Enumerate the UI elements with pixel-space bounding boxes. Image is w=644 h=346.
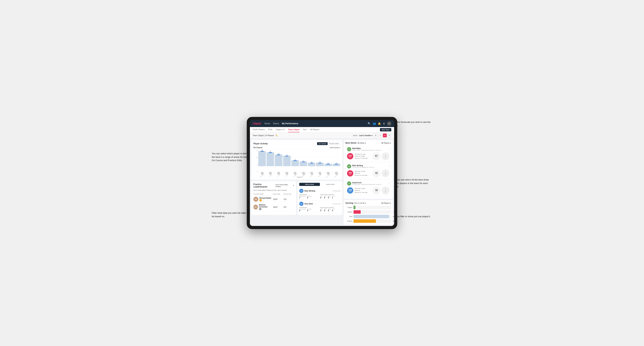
edit-icon[interactable]: ✏️ (276, 134, 278, 137)
team-title: Team Clippd | 14 Players (253, 134, 274, 137)
y-label: 10 (254, 157, 258, 158)
add-team-button[interactable]: Add Team (380, 128, 391, 131)
subnav-tour[interactable]: Tour (303, 127, 306, 132)
practice-activities-label: Total Practice Activities (320, 194, 340, 195)
putt-stat: PUTT 1 (332, 195, 335, 199)
shot-player-name: Blair McHarg (352, 165, 374, 167)
x-label-group: RB R. Britt (266, 172, 274, 176)
total-rounds-label: Total Rounds (299, 207, 320, 208)
scoring-all-players-dropdown[interactable]: All Players ▾ (381, 202, 391, 204)
most-active-tab[interactable]: Most Active (299, 183, 320, 186)
bar-group: 3 (308, 161, 315, 166)
shot-metric-zero-value: 0 (385, 172, 386, 174)
scoring-filter-dropdown[interactable]: Par 3, 4 & 5s ▾ (354, 202, 366, 204)
shot-player-info: Blair McHarg 23 Jul 2023 · Ashridge GC, … (352, 165, 374, 168)
subnav-team-clippd[interactable]: Team Clippd (288, 127, 300, 132)
bar-group: 13 (258, 150, 266, 166)
player-name-rank: Edward Crossman 2 (259, 204, 273, 210)
circle-plus-icon[interactable]: ⊕ (383, 122, 385, 125)
col-player-name: PLAYER NAME (254, 193, 273, 195)
show-dropdown[interactable]: Last 3 months ▾ (359, 135, 372, 137)
annotation-left-top: You can select which player is doing the… (212, 152, 250, 162)
shots-all-players-dropdown[interactable]: All Players ▾ (381, 142, 391, 144)
least-active-tab[interactable]: Least Active (320, 183, 340, 186)
rank-badge: 2 (259, 208, 262, 210)
people-icon[interactable]: 👥 (373, 122, 376, 125)
view-heart-button[interactable]: ♥ (383, 134, 387, 137)
search-icon[interactable]: 🔍 (368, 122, 371, 125)
bar (275, 155, 282, 166)
leaderboard-title: Practice Leaderboards (254, 183, 274, 188)
view-filter-button[interactable]: ⚙ (388, 134, 391, 137)
main-content: Player Activity On Course Practice Drill… (250, 139, 394, 226)
shot-metric-zero-value: 0 (385, 189, 386, 191)
shot-metric-zero: 0 yds (382, 170, 390, 177)
nav-teams[interactable]: Teams (273, 122, 279, 126)
player-avatar: EC (254, 205, 258, 209)
tablet-frame: clippd Home Teams My Performance 🔍 👥 🔔 ⊕… (247, 117, 397, 229)
rank-badge: 1 (259, 199, 262, 201)
shot-metric-value: 67 (375, 155, 378, 157)
shot-info-text: Shot Dist: 43 ydsStart Lie:End Lie: In T… (355, 170, 371, 176)
chevron-right-icon[interactable]: › (389, 165, 390, 168)
page-wrapper: Choose the timescale you wish to see the… (217, 117, 427, 229)
bar (333, 164, 340, 166)
scoring-bar-row: Pars 499 (346, 215, 391, 218)
app-label: APP (324, 195, 326, 197)
bar-group: 12 (266, 151, 274, 166)
bar-group: 5 (292, 159, 299, 166)
practice-value: 6 (307, 197, 312, 199)
player-name: Richard Butler (259, 197, 272, 199)
scoring-bar-fill (354, 206, 356, 209)
nav-bar: clippd Home Teams My Performance 🔍 👥 🔔 ⊕… (250, 120, 394, 127)
chevron-right-icon[interactable]: › (389, 148, 390, 151)
practice-activities: Total Practice Activities GTT 0 APP 0 AR… (320, 194, 340, 199)
nav-my-performance[interactable]: My Performance (282, 122, 298, 126)
view-grid-button[interactable]: ⊞ (374, 134, 378, 137)
total-rounds-dropdown[interactable]: Total Rounds ▾ (330, 147, 340, 149)
subnav-all-players[interactable]: All Players (310, 127, 320, 132)
nav-links: Home Teams My Performance (264, 122, 364, 126)
left-panel: Player Activity On Course Practice Drill… (251, 140, 342, 224)
y-label: 15 (254, 150, 258, 151)
chevron-down-icon: ▾ (372, 135, 372, 137)
view-list-button[interactable]: ≡ (378, 134, 382, 137)
subnav-pga[interactable]: PGA (268, 127, 272, 132)
subnav-pgat[interactable]: PGAT Players (253, 127, 265, 132)
practice-drills-toggle[interactable]: Practice Drills (328, 142, 340, 145)
on-course-toggle[interactable]: On Course (317, 142, 328, 145)
scoring-bar-fill (354, 219, 376, 223)
bar-group: 2 (333, 162, 340, 166)
bar-value: 3 (311, 161, 312, 163)
shot-badge-label: SG (350, 157, 351, 158)
practice-value: 4 (307, 210, 312, 212)
leaderboard-dropdown[interactable]: PUTT Must Make Putting... ▾ (276, 184, 294, 187)
shots-filter-dropdown[interactable]: All Shots ▾ (358, 142, 366, 144)
activity-date: 02 Sep 2023 (333, 203, 340, 205)
arg-label: ARG (328, 208, 330, 210)
putt-label: PUTT (332, 195, 335, 197)
putt-label: PUTT (332, 208, 335, 210)
pb-avg: 110 (284, 198, 294, 200)
player-activity-chart: 15 10 5 0 13 12 1 (254, 150, 340, 177)
leaderboard-row: RB Richard Butler 1 19/20 110 (254, 196, 294, 203)
chevron-right-icon[interactable]: › (389, 182, 390, 185)
bar-value: 2 (336, 162, 337, 164)
putt-value: 0 (332, 210, 335, 212)
bar-value: 13 (262, 150, 263, 151)
shot-details: 24 Aug 2023 · Royal North Devon GC, Hole… (352, 184, 381, 185)
subnav-hcaps[interactable]: Hcaps 1-5 (276, 127, 284, 132)
user-avatar[interactable]: U (387, 121, 391, 126)
leaderboard-row: EC Edward Crossman 2 18/20 107 (254, 203, 294, 211)
scoring-bar-value: 96 (394, 211, 394, 213)
shot-badge-number: 198 (348, 189, 352, 191)
scoring-bar-container: 499 (354, 215, 391, 218)
sub-nav-right: Add Team (380, 128, 391, 131)
app-stat: APP 0 (324, 208, 326, 212)
stats-grid: Total Rounds Tournament 8 Practice 4 Tot… (299, 207, 340, 212)
bar (292, 160, 299, 166)
annotation-left-bottom: Filter what data you wish the table to b… (212, 211, 250, 218)
bell-icon[interactable]: 🔔 (378, 122, 381, 125)
nav-home[interactable]: Home (264, 122, 270, 126)
practice-activities: Total Practice Activities GTT 0 APP 0 AR… (320, 207, 340, 212)
